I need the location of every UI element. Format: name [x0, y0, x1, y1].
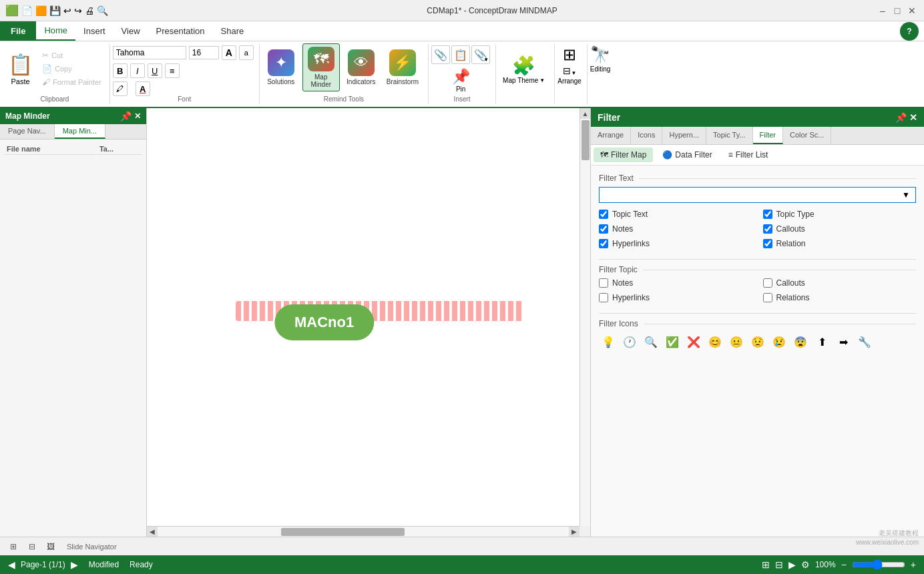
- filter-icon-up[interactable]: ⬆: [813, 332, 831, 351]
- checkbox-notes[interactable]: Notes: [599, 224, 752, 234]
- filter-icon-x[interactable]: ❌: [684, 332, 703, 351]
- right-panel-close[interactable]: ✕: [909, 112, 917, 123]
- zoom-in-btn[interactable]: +: [911, 559, 916, 570]
- tab-page-nav[interactable]: Page Nav...: [0, 124, 55, 139]
- menu-view[interactable]: View: [113, 21, 148, 41]
- view-icon-2[interactable]: ⊟: [775, 559, 783, 570]
- status-next-btn[interactable]: ▶: [71, 559, 78, 570]
- slide-btn-3[interactable]: 🖼: [43, 539, 59, 555]
- checkbox-notes-input[interactable]: [599, 224, 608, 234]
- filter-icon-cry[interactable]: 😢: [770, 332, 788, 351]
- filter-icon-tool[interactable]: 🔧: [855, 332, 874, 351]
- slide-btn-2[interactable]: ⊟: [24, 539, 40, 555]
- paste-button[interactable]: 📋 Paste: [3, 45, 38, 92]
- checkbox-relation-input[interactable]: [763, 239, 772, 248]
- checkbox-hyperlinks[interactable]: Hyperlinks: [599, 239, 752, 248]
- scroll-left-btn[interactable]: ◀: [147, 527, 158, 537]
- underline-btn[interactable]: U: [148, 63, 162, 78]
- play-btn[interactable]: ▶: [788, 559, 796, 570]
- left-panel-pin[interactable]: 📌: [120, 111, 132, 121]
- filter-icon-neutral[interactable]: 😐: [727, 332, 746, 351]
- insert-btn-1[interactable]: 📎: [431, 45, 450, 64]
- close-btn[interactable]: ✕: [905, 4, 919, 17]
- insert-dropdown-1[interactable]: 📎▼: [471, 45, 490, 64]
- mapminder-button[interactable]: 🗺 MapMinder: [302, 43, 340, 91]
- filter-icon-right[interactable]: ➡: [834, 332, 853, 351]
- checkbox-topic-hyperlinks[interactable]: Hyperlinks: [599, 293, 752, 302]
- tab-arrange[interactable]: Arrange: [591, 127, 631, 144]
- checkbox-topic-type[interactable]: Topic Type: [763, 210, 917, 219]
- filter-icon-clock[interactable]: 🕐: [620, 332, 639, 351]
- maximize-btn[interactable]: □: [891, 4, 904, 17]
- insert-btn-2[interactable]: 📋: [451, 45, 470, 64]
- grow-font-btn[interactable]: A: [222, 45, 236, 60]
- filter-icon-sad[interactable]: 😟: [748, 332, 767, 351]
- align-btn[interactable]: ≡: [165, 63, 180, 78]
- menu-file[interactable]: File: [0, 21, 36, 41]
- checkbox-topic-callouts-input[interactable]: [763, 278, 772, 288]
- filter-map-btn[interactable]: 🗺 Filter Map: [594, 148, 653, 162]
- tab-hyperlinks[interactable]: Hypern...: [662, 127, 706, 144]
- tab-topic-type[interactable]: Topic Ty...: [706, 127, 753, 144]
- checkbox-topic-text-input[interactable]: [599, 210, 608, 219]
- checkbox-topic-notes[interactable]: Notes: [599, 278, 752, 288]
- pin-button[interactable]: 📌 Pin: [431, 65, 490, 95]
- zoom-slider[interactable]: [852, 559, 905, 570]
- checkbox-hyperlinks-input[interactable]: [599, 239, 608, 248]
- tab-color-scheme[interactable]: Color Sc...: [783, 127, 831, 144]
- checkbox-topic-notes-input[interactable]: [599, 278, 608, 288]
- settings-btn[interactable]: ⚙: [801, 559, 810, 570]
- checkbox-topic-hyperlinks-input[interactable]: [599, 293, 608, 302]
- undo-btn[interactable]: ↩: [63, 5, 71, 16]
- solutions-button[interactable]: ✦ Solutions: [262, 43, 300, 91]
- scroll-thumb-v[interactable]: [582, 120, 590, 160]
- shrink-font-btn[interactable]: a: [239, 45, 254, 60]
- checkbox-relation[interactable]: Relation: [763, 239, 917, 248]
- filter-list-btn[interactable]: ≡ Filter List: [722, 148, 775, 162]
- help-button[interactable]: ?: [900, 22, 919, 41]
- view-icon-1[interactable]: ⊞: [762, 559, 770, 570]
- checkbox-topic-callouts[interactable]: Callouts: [763, 278, 917, 288]
- menu-home[interactable]: Home: [36, 21, 75, 41]
- redo-btn[interactable]: ↪: [74, 5, 82, 16]
- checkbox-topic-relations-input[interactable]: [763, 293, 772, 302]
- minimize-btn[interactable]: –: [876, 4, 889, 17]
- scroll-up-btn[interactable]: ▲: [580, 108, 591, 119]
- tab-icons[interactable]: Icons: [631, 127, 662, 144]
- map-theme-button[interactable]: 🧩 Map Theme ▼: [499, 45, 549, 93]
- font-size-input[interactable]: [189, 46, 219, 59]
- tab-map-min[interactable]: Map Min...: [55, 124, 105, 139]
- filter-text-dropdown[interactable]: ▼: [599, 187, 916, 203]
- checkbox-topic-type-input[interactable]: [763, 210, 772, 219]
- filter-icon-search[interactable]: 🔍: [642, 332, 660, 351]
- data-filter-btn[interactable]: 🔵 Data Filter: [656, 148, 718, 162]
- format-painter-button[interactable]: 🖌 Format Painter: [39, 76, 104, 88]
- right-panel-pin[interactable]: 📌: [895, 112, 907, 123]
- indicators-button[interactable]: 👁 Indicators: [342, 43, 380, 91]
- canvas-area[interactable]: MACno1 ▲ ▼ ◀ ▶: [147, 108, 590, 537]
- cut-button[interactable]: ✂ Cut: [39, 49, 104, 61]
- menu-share[interactable]: Share: [213, 21, 252, 41]
- copy-button[interactable]: 📄 Copy: [39, 63, 104, 75]
- checkbox-topic-relations[interactable]: Relations: [763, 293, 917, 302]
- font-color-btn[interactable]: A: [136, 81, 150, 96]
- font-name-input[interactable]: [113, 46, 186, 59]
- brainstorm-button[interactable]: ⚡ Brainstorm: [383, 43, 423, 91]
- filter-icon-check[interactable]: ✅: [663, 332, 682, 351]
- menu-presentation[interactable]: Presentation: [148, 21, 213, 41]
- zoom-out-btn[interactable]: −: [841, 559, 847, 570]
- filter-icon-bulb[interactable]: 💡: [599, 332, 618, 351]
- left-panel-close[interactable]: ✕: [134, 111, 141, 121]
- highlight-btn[interactable]: 🖍: [113, 81, 128, 96]
- bold-btn[interactable]: B: [113, 63, 128, 78]
- checkbox-callouts[interactable]: Callouts: [763, 224, 917, 234]
- scroll-right-btn[interactable]: ▶: [569, 527, 580, 537]
- filter-icon-smile[interactable]: 😊: [706, 332, 724, 351]
- italic-btn[interactable]: I: [130, 63, 145, 78]
- vertical-scrollbar[interactable]: ▲ ▼: [580, 108, 590, 537]
- menu-insert[interactable]: Insert: [75, 21, 113, 41]
- status-prev-btn[interactable]: ◀: [8, 559, 15, 570]
- mind-map-node[interactable]: MACno1: [274, 304, 374, 340]
- tab-filter[interactable]: Filter: [753, 127, 783, 144]
- checkbox-callouts-input[interactable]: [763, 224, 772, 234]
